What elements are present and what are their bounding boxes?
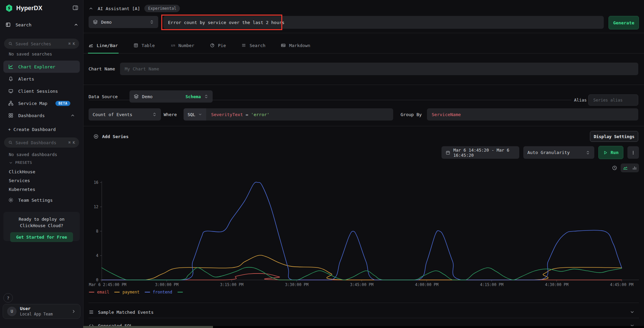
tab-table[interactable]: Table: [134, 38, 155, 53]
data-source-select[interactable]: Demo Schema: [129, 90, 213, 103]
tab-markdown[interactable]: Markdown: [281, 38, 310, 53]
data-source-label-wrap: Data Source: [89, 90, 118, 103]
group-by-value: ServiceName: [432, 112, 461, 117]
table-icon: [134, 43, 138, 48]
line-chart-icon: [623, 166, 628, 170]
sidebar-item-alerts[interactable]: Alerts: [3, 73, 80, 85]
view-tabs: Line/BarTable123NumberPieSearchMarkdown: [83, 38, 644, 53]
sidebar-item-chart-explorer[interactable]: Chart Explorer: [3, 61, 80, 73]
schema-link[interactable]: Schema: [186, 94, 201, 99]
presets-label: PRESETS: [15, 160, 32, 165]
add-series-label: Add Series: [102, 134, 128, 139]
bottom-strip-black: [213, 326, 644, 328]
alias-label: Alias: [574, 97, 587, 103]
monitor-icon: [8, 88, 14, 94]
sample-events-label: Sample Matched Events: [98, 310, 153, 315]
legend-item[interactable]: [177, 292, 183, 293]
chart-name-input[interactable]: [120, 63, 638, 75]
updown-chevron-icon: [152, 112, 157, 117]
ai-assistant-header[interactable]: AI Assistant [A] Experimental: [89, 4, 180, 13]
line-chart-toggle[interactable]: [621, 163, 630, 172]
saved-dashboards-input[interactable]: Saved Dashboards ⌘ K: [4, 137, 79, 148]
team-settings-label: Team Settings: [18, 198, 53, 203]
timeseries-chart: 0481216Mar 6 2:45:00 PM3:00:00 PM3:15:00…: [83, 176, 644, 291]
preset-item-clickhouse[interactable]: ClickHouse: [0, 167, 83, 176]
assistant-source-value: Demo: [101, 20, 112, 25]
time-range-picker[interactable]: Mar 6 14:45:20 - Mar 6 16:45:20: [442, 146, 519, 159]
run-button[interactable]: Run: [598, 146, 623, 159]
presets-header[interactable]: PRESETS: [9, 160, 32, 165]
tab-line-bar[interactable]: Line/Bar: [89, 38, 118, 53]
legend-item-frontend[interactable]: frontend: [145, 290, 172, 294]
granularity-select[interactable]: Auto Granularity: [523, 146, 594, 159]
chart-menu-button[interactable]: [627, 146, 639, 159]
where-expression: SeverityText = 'error': [206, 112, 270, 117]
chevron-up-icon[interactable]: [70, 113, 75, 118]
chevron-up-icon[interactable]: [89, 6, 93, 11]
legend-label: email: [97, 290, 109, 294]
tab-search[interactable]: Search: [241, 38, 265, 53]
experimental-badge: Experimental: [144, 5, 180, 12]
saved-searches-input[interactable]: Saved Searches ⌘ K: [4, 39, 79, 49]
chevron-right-icon: [71, 309, 76, 314]
bar-chart-toggle[interactable]: [630, 163, 639, 172]
tab-label: Search: [249, 43, 265, 48]
where-language-select[interactable]: SQL: [184, 108, 206, 121]
play-icon: [603, 150, 608, 155]
assistant-prompt-input[interactable]: [163, 16, 604, 29]
sidebar-item-client-sessions[interactable]: Client Sessions: [3, 85, 80, 97]
aggregation-select[interactable]: Count of Events: [89, 108, 161, 121]
svg-text:4:30:00 PM: 4:30:00 PM: [545, 282, 568, 287]
preset-item-kubernetes[interactable]: Kubernetes: [0, 185, 83, 194]
sidebar-item-dashboards[interactable]: Dashboards: [3, 109, 80, 122]
display-settings-button[interactable]: Display Settings: [590, 131, 638, 142]
legend-item-email[interactable]: email: [89, 290, 109, 294]
saved-dashboards-placeholder: Saved Dashboards: [16, 140, 56, 145]
preset-item-services[interactable]: Services: [0, 176, 83, 185]
add-series-button[interactable]: Add Series: [93, 131, 128, 141]
clock-icon[interactable]: [612, 165, 617, 171]
svg-text:3:15:00 PM: 3:15:00 PM: [220, 282, 243, 287]
list-icon: [89, 309, 94, 315]
tab-pie[interactable]: Pie: [210, 38, 226, 53]
sample-events-panel[interactable]: Sample Matched Events: [83, 306, 644, 318]
user-card[interactable]: U User Local App Team: [3, 304, 80, 319]
legend-item-payment[interactable]: payment: [114, 290, 140, 294]
tab-label: Markdown: [289, 43, 310, 48]
where-input[interactable]: SQL SeverityText = 'error': [184, 108, 393, 121]
chart-type-toggle: [621, 163, 639, 172]
sidebar-item-service-map[interactable]: Service MapBETA: [3, 97, 80, 109]
updown-chevron-icon: [204, 94, 209, 99]
generate-button[interactable]: Generate: [609, 16, 639, 29]
chart-name-label: Chart Name: [89, 66, 115, 71]
preset-list: ClickHouseServicesKubernetes: [0, 167, 83, 194]
bottom-strip-gray: [83, 326, 213, 328]
sidebar-collapse-icon[interactable]: [72, 5, 78, 11]
calendar-icon: [446, 150, 450, 155]
sidebar-item-team-settings[interactable]: Team Settings: [8, 195, 53, 205]
series-alias-input[interactable]: [588, 94, 638, 106]
sidebar: HyperDX Search Saved Searches ⌘ K No sav…: [0, 0, 84, 328]
search-icon: [8, 140, 13, 145]
sidebar-section-search[interactable]: Search: [5, 20, 78, 29]
assistant-source-select[interactable]: Demo: [89, 16, 158, 28]
beta-badge: BETA: [55, 101, 70, 106]
svg-text:4:15:00 PM: 4:15:00 PM: [480, 282, 503, 287]
get-started-button[interactable]: Get Started for Free: [10, 232, 73, 242]
svg-text:3:00:00 PM: 3:00:00 PM: [155, 282, 178, 287]
chartMini-icon: [89, 43, 93, 48]
sidebar-item-label: Service Map: [18, 101, 47, 106]
chevron-up-icon[interactable]: [74, 22, 78, 27]
divider: [89, 318, 639, 318]
tab-label: Line/Bar: [97, 43, 118, 48]
tab-number[interactable]: 123Number: [170, 38, 194, 53]
tab-label: Number: [178, 43, 194, 48]
svg-text:3:30:00 PM: 3:30:00 PM: [285, 282, 308, 287]
help-button[interactable]: ?: [3, 293, 13, 303]
where-field: SeverityText: [211, 112, 243, 117]
group-by-input[interactable]: ServiceName: [427, 108, 638, 121]
create-dashboard-button[interactable]: + Create Dashboard: [8, 125, 56, 134]
bar-chart-icon: [632, 166, 637, 170]
where-label: Where: [164, 112, 177, 117]
granularity-value: Auto Granularity: [527, 150, 570, 155]
